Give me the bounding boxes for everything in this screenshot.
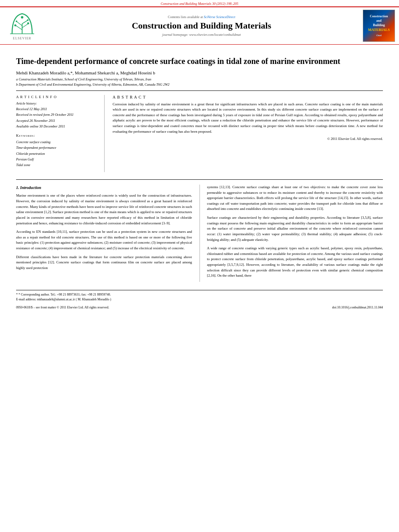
section1-para-right3: A wide range of concrete coatings with v… bbox=[207, 246, 383, 279]
keywords-label: Keywords: bbox=[16, 134, 98, 138]
available-date: Available online 30 December 2011 bbox=[16, 123, 98, 129]
svg-point-7 bbox=[14, 24, 16, 26]
article-history-dates: Article history: Received 12 May 2011 Re… bbox=[16, 101, 98, 129]
column-divider bbox=[200, 185, 200, 282]
journal-cover-image: Construction and Building MATERIALS Ond bbox=[363, 10, 395, 42]
keywords-section: Keywords: Concrete surface coating Time-… bbox=[16, 134, 98, 168]
abstract-text: Corrosion induced by salinity of marine … bbox=[113, 102, 383, 135]
sciverse-link[interactable]: SciVerse ScienceDirect bbox=[204, 15, 235, 19]
section1-para3: Different classifications have been made… bbox=[16, 255, 192, 271]
two-col-content: 1. Introduction Marine environment is on… bbox=[16, 179, 383, 282]
email-address: mkhanzadeh@alumni.ut.ac.ir bbox=[37, 298, 75, 301]
journal-top-bar: Construction and Building Materials 30 (… bbox=[0, 0, 399, 6]
svg-point-9 bbox=[16, 21, 17, 22]
sciverse-line: Contents lists available at SciVerse Sci… bbox=[48, 15, 355, 19]
keyword-4: Persian Gulf bbox=[16, 156, 98, 162]
article-footer: * * Corresponding author. Tel.: +98 21 8… bbox=[16, 290, 383, 304]
email-label-text: E-mail address: bbox=[16, 298, 36, 301]
keyword-1: Concrete surface coating bbox=[16, 139, 98, 145]
journal-homepage: journal homepage: www.elsevier.com/locat… bbox=[48, 33, 355, 37]
keyword-3: Chloride penetration bbox=[16, 151, 98, 156]
article-body: Time-dependent performance of concrete s… bbox=[0, 45, 399, 286]
keywords-list: Concrete surface coating Time-dependent … bbox=[16, 139, 98, 168]
article-title: Time-dependent performance of concrete s… bbox=[16, 56, 383, 66]
keyword-2: Time-dependent performance bbox=[16, 145, 98, 150]
page-bottom: 0950-0618/$ – see front matter © 2011 El… bbox=[0, 304, 399, 312]
svg-line-3 bbox=[22, 24, 28, 28]
journal-main-title: Construction and Building Materials bbox=[48, 21, 355, 31]
svg-line-2 bbox=[16, 26, 22, 30]
keyword-5: Tidal zone bbox=[16, 162, 98, 168]
history-label: Article history: bbox=[16, 101, 98, 106]
bottom-doi: doi:10.1016/j.conbuildmat.2011.11.044 bbox=[332, 306, 383, 309]
section1-title: 1. Introduction bbox=[16, 185, 192, 191]
email-footnote: E-mail address: mkhanzadeh@alumni.ut.ac.… bbox=[16, 297, 383, 302]
article-info-abstract-section: A R T I C L E I N F O Article history: R… bbox=[16, 90, 383, 172]
abstract-copyright: © 2011 Elsevier Ltd. All rights reserved… bbox=[113, 137, 383, 141]
section1-para1: Marine environment is one of the places … bbox=[16, 193, 192, 226]
svg-point-10 bbox=[27, 19, 29, 21]
article-info-panel: A R T I C L E I N F O Article history: R… bbox=[16, 95, 105, 172]
corresponding-author-footnote: * * Corresponding author. Tel.: +98 21 8… bbox=[16, 292, 383, 297]
abstract-section: A B S T R A C T Corrosion induced by sal… bbox=[113, 95, 383, 172]
journal-header: ELSEVIER Contents lists available at Sci… bbox=[0, 6, 399, 45]
article-info-label: A R T I C L E I N F O bbox=[16, 95, 98, 99]
section1-para-right2: Surface coatings are characterized by th… bbox=[207, 215, 383, 242]
svg-line-5 bbox=[22, 21, 27, 24]
revised-date: Received in revised form 29 October 2011 bbox=[16, 112, 98, 117]
bottom-copyright: 0950-0618/$ – see front matter © 2011 El… bbox=[16, 306, 109, 309]
article-history-section: A R T I C L E I N F O Article history: R… bbox=[16, 95, 98, 129]
article-authors: Mehdi Khanzadeh Moradilo a,*, Mohammad S… bbox=[16, 70, 383, 75]
col-left: 1. Introduction Marine environment is on… bbox=[16, 185, 192, 282]
elsevier-label: ELSEVIER bbox=[13, 37, 31, 40]
elsevier-tree-icon bbox=[8, 12, 36, 36]
journal-title-section: Contents lists available at SciVerse Sci… bbox=[40, 13, 363, 38]
section1-para-right1: systems [12,13]. Concrete surface coatin… bbox=[207, 185, 383, 212]
abstract-title: A B S T R A C T bbox=[113, 95, 383, 99]
col-right: systems [12,13]. Concrete surface coatin… bbox=[207, 185, 383, 282]
article-affiliations: a Construction Materials Institute, Scho… bbox=[16, 77, 383, 87]
svg-line-4 bbox=[17, 22, 22, 26]
corresponding-author-text: * Corresponding author. Tel.: +98 21 889… bbox=[19, 293, 111, 296]
email-author: M. Khanzadeh Moradilo bbox=[78, 298, 109, 301]
svg-point-11 bbox=[21, 16, 23, 18]
received-date: Received 12 May 2011 bbox=[16, 106, 98, 112]
elsevier-logo-container: ELSEVIER bbox=[4, 12, 40, 40]
svg-point-8 bbox=[27, 22, 29, 24]
section1-para2: According to EN standards [10,11], surfa… bbox=[16, 229, 192, 251]
accepted-date: Accepted 26 November 2011 bbox=[16, 118, 98, 123]
email-author-name: ( bbox=[76, 298, 77, 301]
